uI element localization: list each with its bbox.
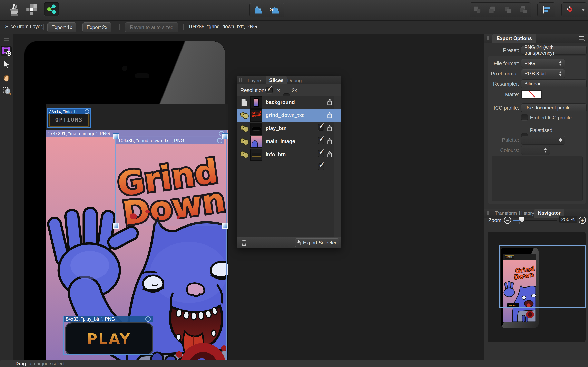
palette-select[interactable]	[521, 136, 565, 145]
navigator-view[interactable]: OPTIONS Grind Down	[488, 232, 586, 342]
preset-select[interactable]: PNG-24 (with transparency)	[521, 46, 587, 55]
tab-transform[interactable]: Transform	[495, 210, 517, 216]
export-selected-label: Export Selected	[303, 240, 337, 246]
intersect-button[interactable]	[501, 3, 516, 17]
pixel-format-select[interactable]: RGB 8-bit	[521, 69, 565, 78]
revert-auto-size-button[interactable]: Revert to auto sized	[125, 22, 178, 32]
panel-menu-button[interactable]	[579, 36, 586, 41]
subtract-button[interactable]	[485, 3, 500, 17]
export-icon[interactable]	[327, 151, 333, 158]
preview-2x-button[interactable]: 2x	[267, 3, 284, 17]
divider	[183, 24, 184, 30]
chevron-down-icon	[581, 9, 585, 11]
file-format-select[interactable]: PNG	[521, 59, 565, 68]
divider	[119, 24, 120, 30]
resize-handle-nw[interactable]	[113, 133, 119, 139]
zoom-value-field[interactable]: 255 %	[559, 216, 577, 223]
resize-handle-sw[interactable]	[113, 223, 119, 229]
magnet-icon	[566, 5, 575, 15]
zoom-slider-thumb[interactable]	[519, 217, 524, 223]
slice-row-main-image[interactable]: main_image ✓	[237, 135, 341, 149]
export-icon[interactable]	[327, 112, 333, 119]
slice-info-labelbar[interactable]: 36x14, "info_b	[48, 109, 90, 114]
tab-debug[interactable]: Debug	[287, 78, 302, 83]
slice-grind-labelbar[interactable]: 104x85, "grind_down_txt", PNG	[116, 137, 224, 144]
preview-1x-button[interactable]	[250, 3, 267, 17]
shapes-icon	[240, 125, 249, 133]
panel-grip[interactable]	[487, 36, 489, 40]
zoom-in-button[interactable]: +	[579, 217, 586, 224]
res-1x-label: 1x	[275, 87, 280, 93]
trash-icon[interactable]	[241, 239, 247, 247]
tool-pointer[interactable]	[3, 60, 10, 69]
difference-button[interactable]	[516, 3, 531, 17]
align-button[interactable]	[537, 3, 555, 17]
export-icon[interactable]	[327, 125, 333, 132]
export-icon[interactable]	[327, 138, 333, 145]
slice-grind-down-txt[interactable]: 104x85, "grind_down_txt", PNG	[115, 136, 225, 226]
divider	[43, 24, 44, 30]
slice-play-labelbar[interactable]: 84x33, "play_btn", PNG	[64, 316, 153, 322]
page-icon	[241, 99, 247, 107]
file-format-value: PNG	[524, 60, 535, 66]
file-format-label: File format:	[484, 60, 519, 67]
align-left-icon	[542, 5, 551, 14]
slice-info-btn[interactable]: 36x14, "info_b	[47, 108, 91, 128]
slice-circle-handle[interactable]	[145, 317, 151, 322]
resize-handle-ne[interactable]	[222, 133, 228, 139]
export-1x-button[interactable]: Export 1x	[47, 22, 76, 32]
slice-circle-handle[interactable]	[217, 138, 222, 143]
divider	[492, 101, 582, 101]
tool-zoom-marquee[interactable]	[2, 86, 11, 95]
slice-row-background[interactable]: background ✓	[237, 96, 341, 109]
share-icon	[47, 4, 56, 14]
embed-icc-checkbox[interactable]	[521, 114, 528, 120]
tools-icon[interactable]	[8, 3, 21, 17]
matte-swatch[interactable]	[521, 90, 543, 99]
colours-stepper[interactable]	[521, 146, 550, 155]
slice-grind-label: 104x85, "grind_down_txt", PNG	[118, 138, 184, 143]
device-screen: OPTIONS Gri	[46, 104, 228, 360]
slice-row-info-btn[interactable]: info_btn ✓	[237, 148, 341, 161]
resampler-select[interactable]: Bilinear	[521, 79, 587, 88]
cursor-icon	[3, 60, 10, 69]
sidebar-grip[interactable]	[4, 38, 9, 41]
export-2x-button[interactable]: Export 2x	[82, 22, 112, 32]
tab-history[interactable]: History	[519, 210, 534, 216]
tab-export-options[interactable]: Export Options	[493, 34, 536, 43]
slice-thumb-grind: Grind Down	[250, 109, 262, 122]
tool-slice[interactable]	[1, 46, 12, 56]
union-button[interactable]	[470, 3, 485, 17]
grid-plus-icon[interactable]	[26, 4, 38, 16]
tab-layers[interactable]: Layers	[248, 78, 262, 83]
slice-play-btn[interactable]: 84x33, "play_btn", PNG	[63, 316, 153, 355]
preset-value: PNG-24 (with transparency)	[524, 44, 584, 56]
zoom-out-button[interactable]: −	[504, 217, 511, 224]
magnet-button[interactable]	[562, 3, 579, 17]
slice-tool-icon	[1, 46, 12, 56]
slice-info-label: 36x14, "info_b	[49, 109, 77, 114]
snap-dropdown-button[interactable]	[579, 3, 587, 17]
panel-grip[interactable]	[487, 211, 489, 215]
resize-handle-se[interactable]	[222, 223, 228, 229]
export-icon[interactable]	[327, 99, 333, 106]
share-tool-button[interactable]	[44, 2, 59, 16]
slice-circle-handle[interactable]	[85, 109, 89, 114]
slice-row-play-btn[interactable]: play_btn ✓	[237, 122, 341, 135]
export-selected-button[interactable]: Export Selected	[295, 238, 339, 247]
stepper-icon	[544, 148, 547, 152]
row-checkbox[interactable]: ✓	[318, 163, 324, 170]
hamburger-icon	[579, 36, 586, 41]
icc-select[interactable]: Use document profile	[521, 103, 587, 112]
pixel-format-value: RGB 8-bit	[524, 71, 546, 76]
panel-grip[interactable]	[240, 78, 242, 82]
navigator-viewport-rect[interactable]	[499, 245, 586, 308]
slider-tick	[517, 222, 517, 224]
slice-row-grind-down-txt[interactable]: Grind Down grind_down_txt ✓	[237, 109, 341, 122]
pixel-format-label: Pixel format:	[484, 71, 519, 77]
tab-slices[interactable]: Slices	[266, 76, 287, 84]
tool-hand[interactable]	[3, 74, 11, 82]
res-1x-checkbox[interactable]: ✓	[266, 87, 273, 93]
thumb-logo-line2: Down	[251, 114, 262, 117]
slider-tick	[519, 222, 520, 224]
